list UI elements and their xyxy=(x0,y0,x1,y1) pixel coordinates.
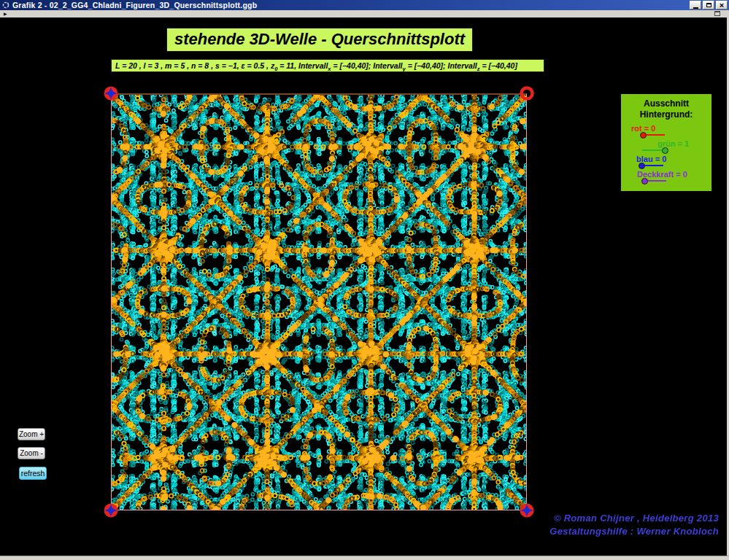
slider-track-gruen[interactable] xyxy=(642,149,667,151)
slider-label-deckkraft: Deckkraft = 0 xyxy=(637,170,711,179)
menu-expand-icon[interactable]: ▶ xyxy=(4,12,7,16)
close-button[interactable]: × xyxy=(716,1,728,9)
slider-knob-blau[interactable] xyxy=(639,163,645,169)
panel-title-hintergrund: Hintergrund: xyxy=(621,109,711,120)
window-bottom-border xyxy=(0,556,729,560)
corner-handle-bottom-right[interactable] xyxy=(519,502,535,518)
refresh-button[interactable]: refresh xyxy=(19,467,47,480)
slider-knob-deckkraft[interactable] xyxy=(641,178,648,184)
slider-list: rot = 0grün = 1blau = 0Deckkraft = 0 xyxy=(621,124,711,185)
panel-title-ausschnitt: Ausschnitt xyxy=(621,98,711,109)
zoom-in-button[interactable]: Zoom + xyxy=(18,428,45,440)
window-title: Grafik 2 - 02_2_GG4_Chladni_Figuren_3D_Q… xyxy=(12,1,257,9)
zoom-out-button[interactable]: Zoom - xyxy=(18,447,45,459)
parameter-line: L = 20 , l = 3 , m = 5 , n = 8 , s = −1,… xyxy=(111,59,544,72)
corner-handle-top-left[interactable] xyxy=(103,85,119,101)
corner-handle-bottom-left[interactable] xyxy=(103,502,119,518)
corner-handle-top-right[interactable] xyxy=(519,85,535,101)
slider-track-rot[interactable] xyxy=(640,134,665,136)
close-icon: × xyxy=(720,1,724,9)
slider-knob-gruen[interactable] xyxy=(662,147,668,154)
credits-line1: © Roman Chijner , Heidelberg 2013 xyxy=(549,512,719,525)
graphics-view xyxy=(111,93,527,510)
restore-button[interactable] xyxy=(703,1,714,9)
window-titlebar[interactable]: Grafik 2 - 02_2_GG4_Chladni_Figuren_3D_Q… xyxy=(0,0,729,10)
slider-track-blau[interactable] xyxy=(639,165,663,166)
app-icon xyxy=(2,1,9,9)
slider-track-deckkraft[interactable] xyxy=(641,180,666,182)
restore-icon xyxy=(706,3,711,7)
minimize-button[interactable] xyxy=(690,1,701,9)
slider-knob-rot[interactable] xyxy=(640,132,647,139)
menu-strip: ▶ xyxy=(0,10,727,18)
float-window-icon[interactable] xyxy=(714,11,720,16)
credits-line2: Gestaltungshilfe : Werner Knobloch xyxy=(549,525,719,538)
slider-label-blau: blau = 0 xyxy=(636,155,711,163)
credits: © Roman Chijner , Heidelberg 2013 Gestal… xyxy=(549,512,719,538)
background-panel: Ausschnitt Hintergrund: rot = 0grün = 1b… xyxy=(621,94,711,191)
chladni-canvas[interactable] xyxy=(112,95,526,510)
minimize-icon xyxy=(693,7,698,9)
plot-title: stehende 3D-Welle - Querschnittsplott xyxy=(166,28,473,52)
